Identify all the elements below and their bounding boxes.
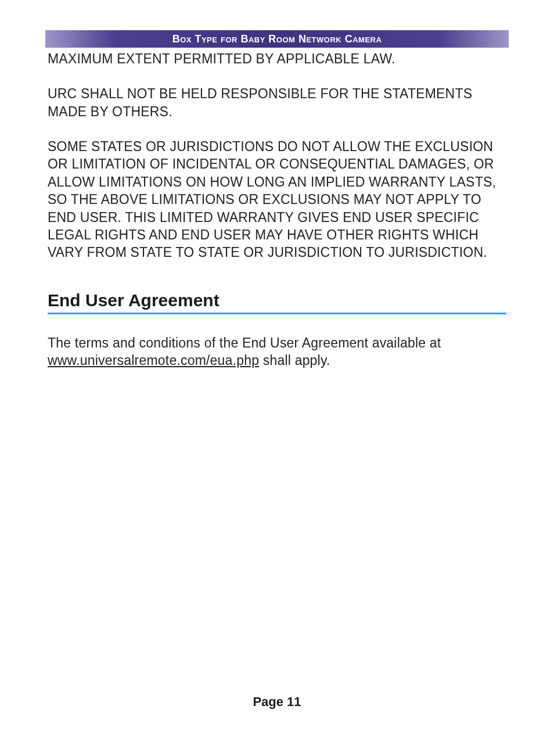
warranty-paragraph-2: URC SHALL NOT BE HELD RESPONSIBLE FOR TH… bbox=[48, 85, 506, 120]
eua-link[interactable]: www.universalremote.com/eua.php bbox=[48, 353, 259, 368]
eua-text-suffix: shall apply. bbox=[259, 353, 330, 368]
document-header-bar: Box Type for Baby Room Network Camera bbox=[45, 30, 509, 48]
page-number: Page 11 bbox=[253, 694, 301, 709]
eua-paragraph: The terms and conditions of the End User… bbox=[48, 334, 506, 370]
warranty-paragraph-3: SOME STATES OR JURISDICTIONS DO NOT ALLO… bbox=[48, 138, 506, 261]
heading-underline bbox=[48, 313, 506, 314]
page-footer: Page 11 bbox=[0, 694, 554, 710]
section-heading-end-user-agreement: End User Agreement bbox=[48, 291, 506, 310]
document-header-title: Box Type for Baby Room Network Camera bbox=[172, 33, 382, 45]
warranty-paragraph-1: MAXIMUM EXTENT PERMITTED BY APPLICABLE L… bbox=[48, 50, 506, 67]
document-content: MAXIMUM EXTENT PERMITTED BY APPLICABLE L… bbox=[48, 50, 506, 369]
eua-text-prefix: The terms and conditions of the End User… bbox=[48, 335, 441, 350]
